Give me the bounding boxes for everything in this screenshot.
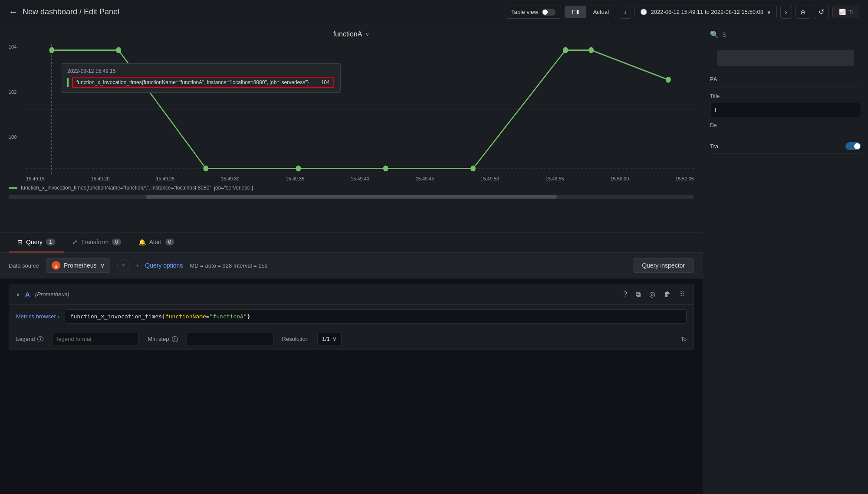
- query-brace-close: }: [247, 313, 250, 320]
- query-copy-button[interactable]: ⧉: [634, 289, 642, 300]
- right-panel: 🔍 Pa Title De Tra: [703, 24, 868, 494]
- query-row-header: ∨ A (Prometheus) ? ⧉ ◎ 🗑 ⠿: [9, 284, 694, 305]
- tab-transform[interactable]: ⤢ Transform 0: [64, 232, 130, 252]
- x-label-10: 15:50:00: [610, 176, 629, 181]
- query-row-actions: ? ⧉ ◎ 🗑 ⠿: [621, 288, 687, 300]
- transparent-toggle-right: [845, 142, 861, 150]
- query-text-input[interactable]: function_x_invocation_times{functionName…: [65, 309, 687, 324]
- svg-point-4: [116, 47, 121, 53]
- query-options-info: MD = auto = 928 Interval = 15s: [190, 262, 267, 269]
- x-label-8: 15:49:50: [480, 176, 499, 181]
- right-search-input[interactable]: [722, 31, 861, 38]
- svg-point-5: [203, 166, 208, 172]
- svg-point-11: [666, 77, 671, 83]
- back-button[interactable]: ← New dashboard / Edit Panel: [9, 7, 119, 18]
- query-help-button[interactable]: ?: [621, 289, 629, 300]
- x-label-11: 15:50:05: [675, 176, 694, 181]
- left-panel: functionA ∨ 104 102 100: [0, 24, 703, 494]
- chart-area: functionA ∨ 104 102 100: [0, 24, 703, 232]
- header-controls: Table view Fill Actual ‹ 🕐 2022-08-12 15…: [506, 5, 859, 19]
- tooltip-metric-bar: [67, 78, 69, 87]
- query-inspector-button[interactable]: Query inspector: [633, 258, 694, 273]
- resolution-label: Resolution: [282, 336, 309, 342]
- query-row-a: ∨ A (Prometheus) ? ⧉ ◎ 🗑 ⠿ Metrics brows…: [9, 284, 694, 350]
- svg-point-6: [296, 166, 301, 172]
- expand-icon[interactable]: ›: [136, 262, 138, 269]
- panel-title-input[interactable]: [710, 103, 861, 117]
- nav-back-button[interactable]: ‹: [620, 6, 631, 19]
- tooltip-metric-name: function_x_invocation_times{functionName…: [76, 79, 309, 85]
- time-range-picker[interactable]: 🕐 2022-08-12 15:49:11 to 2022-08-12 15:5…: [635, 6, 777, 18]
- refresh-button[interactable]: ↺: [814, 5, 829, 19]
- actual-button[interactable]: Actual: [586, 6, 616, 18]
- tab-alert[interactable]: 🔔 Alert 0: [130, 232, 183, 252]
- alert-tab-icon: 🔔: [138, 239, 146, 245]
- prometheus-icon: 🔥: [52, 261, 60, 270]
- minstep-input[interactable]: [187, 333, 273, 345]
- main-layout: functionA ∨ 104 102 100: [0, 24, 868, 494]
- datasource-help-button[interactable]: ?: [117, 259, 129, 272]
- query-brace-open: {: [162, 313, 165, 320]
- nav-forward-button[interactable]: ›: [780, 6, 792, 19]
- svg-point-7: [383, 166, 388, 172]
- chart-legend: function_x_invocation_times{functionName…: [0, 181, 703, 195]
- datasource-select[interactable]: 🔥 Prometheus ∨: [46, 258, 110, 273]
- top-header: ← New dashboard / Edit Panel Table view …: [0, 0, 868, 24]
- query-tab-badge: 1: [46, 239, 55, 245]
- timeseries-label: Ti: [848, 9, 853, 15]
- chart-scrollbar[interactable]: [9, 195, 694, 199]
- query-input-row: Metrics browser › function_x_invocation_…: [9, 305, 694, 328]
- time-range-chevron: ∨: [767, 9, 771, 15]
- transform-tab-label: Transform: [81, 239, 108, 245]
- x-label-9: 15:49:55: [546, 176, 564, 181]
- tooltip-metric-box: function_x_invocation_times{functionName…: [72, 77, 334, 88]
- timeseries-icon: 📈: [839, 9, 846, 15]
- legend-info-icon: i: [37, 336, 43, 342]
- right-panel-grey-box: [717, 50, 854, 66]
- fill-button[interactable]: Fill: [565, 6, 586, 18]
- metrics-browser-button[interactable]: Metrics browser ›: [16, 313, 59, 320]
- legend-label: Legend i: [16, 336, 43, 342]
- query-eye-button[interactable]: ◎: [648, 288, 657, 300]
- table-view-switch[interactable]: [542, 9, 556, 16]
- query-tabs: ⊟ Query 1 ⤢ Transform 0 🔔 Alert 0: [9, 232, 694, 252]
- right-panel-search: 🔍: [703, 24, 868, 45]
- description-field: De: [710, 122, 861, 128]
- legend-format-input[interactable]: [52, 333, 139, 345]
- resolution-value: 1/1: [322, 336, 330, 342]
- table-view-toggle[interactable]: Table view: [506, 6, 561, 19]
- query-metric-text: function_x_invocation_times: [70, 313, 162, 320]
- metrics-browser-label: Metrics browser: [16, 313, 56, 320]
- tooltip-metric-value: 104: [321, 79, 330, 85]
- y-label-100: 100: [9, 134, 22, 140]
- transparent-label: Tra: [710, 143, 718, 150]
- zoom-out-button[interactable]: ⊖: [796, 6, 810, 19]
- transparent-toggle[interactable]: [845, 142, 861, 150]
- tab-query[interactable]: ⊟ Query 1: [9, 232, 64, 252]
- query-row-source: (Prometheus): [35, 291, 69, 298]
- chart-title-chevron[interactable]: ∨: [365, 31, 369, 37]
- resolution-chevron-icon: ∨: [332, 336, 337, 342]
- chart-title: functionA: [333, 30, 362, 38]
- legend-line-indicator: [9, 187, 17, 189]
- transform-tab-badge: 0: [112, 239, 121, 245]
- right-panel-content: Pa Title De Tra: [703, 45, 868, 161]
- query-delete-button[interactable]: 🗑: [662, 289, 673, 300]
- x-label-7: 15:49:45: [416, 176, 434, 181]
- y-label-102: 102: [9, 89, 22, 95]
- query-eq-text: =: [206, 313, 210, 320]
- to-label: To: [681, 336, 687, 342]
- query-drag-handle[interactable]: ⠿: [678, 288, 687, 300]
- back-arrow-icon: ←: [9, 7, 18, 18]
- timeseries-tab[interactable]: 📈 Ti: [832, 6, 859, 18]
- svg-point-8: [470, 166, 476, 172]
- clock-icon: 🕐: [640, 9, 647, 15]
- resolution-select[interactable]: 1/1 ∨: [317, 333, 342, 345]
- transparent-toggle-row: Tra: [710, 139, 861, 154]
- legend-step-row: Legend i Min step i Resolution 1/1 ∨ To: [9, 328, 694, 350]
- transform-tab-icon: ⤢: [72, 239, 78, 245]
- datasource-name: Prometheus: [64, 262, 96, 269]
- x-label-2: 15:49:20: [91, 176, 110, 181]
- query-options-button[interactable]: Query options: [145, 262, 183, 269]
- query-row-collapse-icon[interactable]: ∨: [16, 291, 20, 298]
